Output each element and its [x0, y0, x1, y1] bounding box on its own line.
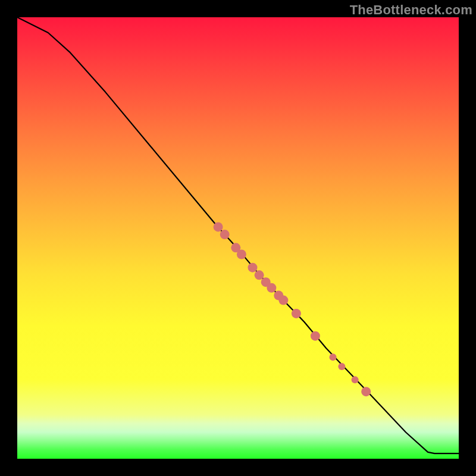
chart-svg	[17, 17, 459, 459]
chart-container: TheBottleneck.com	[0, 0, 476, 476]
highlight-point	[267, 283, 276, 293]
watermark-text: TheBottleneck.com	[350, 2, 472, 18]
highlight-point	[220, 230, 230, 239]
curve-polyline	[17, 17, 459, 453]
plot-area	[17, 17, 459, 459]
highlight-point	[338, 363, 345, 370]
highlight-point	[278, 296, 288, 305]
highlight-point	[248, 263, 258, 273]
highlight-point	[237, 250, 246, 259]
highlight-point	[352, 376, 359, 383]
highlight-point	[255, 270, 264, 280]
highlight-point	[292, 309, 301, 318]
highlight-point	[361, 387, 371, 396]
curve-line	[17, 17, 459, 453]
highlight-point	[330, 353, 337, 361]
highlight-point	[311, 331, 320, 341]
highlight-point	[214, 222, 223, 231]
